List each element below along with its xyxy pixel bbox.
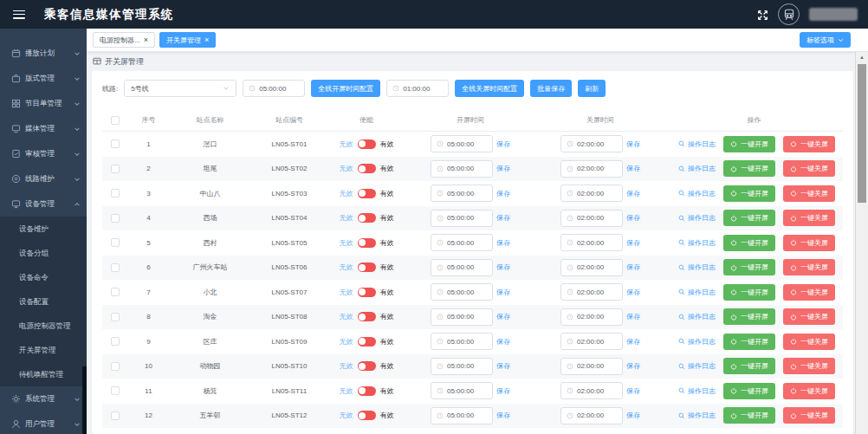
open-time-input[interactable]: 05:00:00 [431, 407, 493, 424]
row-checkbox[interactable] [111, 411, 120, 420]
close-time-input[interactable]: 02:00:00 [560, 308, 623, 326]
enable-toggle[interactable] [358, 164, 376, 173]
operation-log-link[interactable]: 操作日志 [678, 288, 716, 297]
save-open-time-link[interactable]: 保存 [496, 262, 510, 272]
enable-toggle[interactable] [358, 139, 376, 149]
open-time-input[interactable]: 05:00:00 [431, 308, 493, 326]
line-select[interactable]: 5号线 [124, 80, 236, 97]
save-open-time-link[interactable]: 保存 [496, 238, 510, 248]
open-time-input[interactable]: 05:00:00 [431, 210, 493, 227]
save-close-time-link[interactable]: 保存 [626, 312, 640, 321]
sidebar-subitem[interactable]: 设备配置 [0, 289, 87, 314]
avatar[interactable] [778, 3, 800, 25]
row-checkbox[interactable] [111, 362, 120, 371]
enable-toggle[interactable] [358, 386, 376, 396]
row-checkbox[interactable] [111, 214, 120, 223]
open-time-input[interactable]: 05:00:00 [431, 160, 493, 178]
enable-toggle[interactable] [358, 262, 376, 272]
save-open-time-link[interactable]: 保存 [496, 386, 510, 396]
one-key-open-button[interactable]: 一键开屏 [723, 334, 775, 350]
operation-log-link[interactable]: 操作日志 [678, 386, 716, 396]
row-checkbox[interactable] [111, 238, 120, 247]
save-close-time-link[interactable]: 保存 [626, 238, 640, 248]
row-checkbox[interactable] [111, 189, 120, 198]
scrollbar-thumb[interactable] [858, 64, 866, 203]
save-open-time-link[interactable]: 保存 [496, 164, 510, 173]
open-time-input[interactable]: 05:00:00 [431, 382, 493, 399]
main-scrollbar[interactable]: ▲ [855, 52, 868, 434]
close-time-input[interactable]: 02:00:00 [560, 259, 623, 276]
one-key-close-button[interactable]: 一键关屏 [783, 284, 835, 301]
sidebar-scrollbar[interactable] [82, 366, 87, 434]
one-key-open-button[interactable]: 一键开屏 [723, 235, 775, 251]
one-key-open-button[interactable]: 一键开屏 [723, 358, 775, 374]
one-key-open-button[interactable]: 一键开屏 [723, 160, 775, 177]
save-close-time-link[interactable]: 保存 [626, 262, 640, 272]
batch-save-button[interactable]: 批量保存 [530, 80, 572, 97]
open-time-input[interactable]: 05:00:00 [431, 259, 493, 276]
one-key-close-button[interactable]: 一键关屏 [783, 235, 835, 251]
operation-log-link[interactable]: 操作日志 [678, 361, 716, 371]
row-checkbox[interactable] [111, 337, 120, 346]
menu-toggle-icon[interactable] [13, 10, 25, 19]
tab-inactive[interactable]: 电源控制器...× [93, 32, 155, 48]
sidebar-item[interactable]: 播放计划 [0, 41, 87, 66]
one-key-open-button[interactable]: 一键开屏 [723, 407, 775, 424]
one-key-open-button[interactable]: 一键开屏 [723, 308, 775, 325]
row-checkbox[interactable] [111, 165, 120, 173]
tag-options-button[interactable]: 标签选项 [800, 32, 851, 48]
sidebar-item[interactable]: 线路维护 [0, 166, 87, 191]
sidebar-item[interactable]: 审核管理 [0, 141, 87, 166]
close-time-input[interactable]: 02:00:00 [560, 135, 623, 152]
one-key-open-button[interactable]: 一键开屏 [723, 284, 775, 301]
sidebar-item[interactable]: 媒体管理 [0, 116, 87, 141]
save-open-time-link[interactable]: 保存 [496, 189, 510, 198]
save-open-time-link[interactable]: 保存 [496, 139, 510, 149]
all-open-time-input[interactable]: 05:00:00 [243, 80, 305, 97]
operation-log-link[interactable]: 操作日志 [678, 238, 716, 248]
close-time-input[interactable]: 02:00:00 [560, 210, 623, 227]
save-close-time-link[interactable]: 保存 [626, 411, 640, 420]
sidebar-item[interactable]: 系统管理 [0, 386, 87, 411]
open-time-input[interactable]: 05:00:00 [431, 283, 493, 301]
save-close-time-link[interactable]: 保存 [626, 164, 640, 173]
enable-toggle[interactable] [358, 312, 376, 321]
one-key-close-button[interactable]: 一键关屏 [783, 383, 835, 399]
open-time-input[interactable]: 05:00:00 [431, 333, 493, 350]
close-time-input[interactable]: 02:00:00 [560, 407, 623, 424]
operation-log-link[interactable]: 操作日志 [678, 213, 716, 223]
row-checkbox[interactable] [111, 313, 120, 321]
save-close-time-link[interactable]: 保存 [626, 337, 640, 347]
close-time-input[interactable]: 02:00:00 [560, 382, 623, 399]
one-key-close-button[interactable]: 一键关屏 [783, 407, 835, 424]
open-time-input[interactable]: 05:00:00 [431, 135, 493, 152]
row-checkbox[interactable] [111, 139, 120, 148]
row-checkbox[interactable] [111, 263, 120, 272]
save-close-time-link[interactable]: 保存 [626, 288, 640, 297]
one-key-close-button[interactable]: 一键关屏 [783, 308, 835, 325]
open-time-input[interactable]: 05:00:00 [431, 234, 493, 251]
one-key-open-button[interactable]: 一键开屏 [723, 185, 775, 202]
close-time-input[interactable]: 02:00:00 [560, 283, 623, 301]
one-key-close-button[interactable]: 一键关屏 [783, 259, 835, 275]
close-time-input[interactable]: 02:00:00 [560, 234, 623, 251]
close-time-input[interactable]: 02:00:00 [560, 333, 623, 350]
one-key-open-button[interactable]: 一键开屏 [723, 136, 775, 152]
one-key-close-button[interactable]: 一键关屏 [783, 210, 835, 226]
one-key-open-button[interactable]: 一键开屏 [723, 259, 775, 275]
sidebar-subitem[interactable]: 待机唤醒管理 [0, 362, 87, 386]
close-time-input[interactable]: 02:00:00 [560, 160, 623, 178]
all-line-close-config-button[interactable]: 全线关屏时间配置 [455, 80, 524, 97]
enable-toggle[interactable] [358, 189, 376, 198]
close-time-input[interactable]: 02:00:00 [560, 358, 623, 375]
all-close-time-input[interactable]: 01:00:00 [386, 80, 449, 97]
fullscreen-icon[interactable] [757, 9, 768, 20]
one-key-open-button[interactable]: 一键开屏 [723, 383, 775, 399]
operation-log-link[interactable]: 操作日志 [678, 189, 716, 198]
enable-toggle[interactable] [358, 337, 376, 347]
enable-toggle[interactable] [358, 361, 376, 371]
sidebar-item[interactable]: 版式管理 [0, 66, 87, 91]
sidebar-item[interactable]: 用户管理 [0, 411, 87, 434]
tab-active[interactable]: 开关屏管理× [159, 32, 216, 48]
enable-toggle[interactable] [358, 238, 376, 248]
